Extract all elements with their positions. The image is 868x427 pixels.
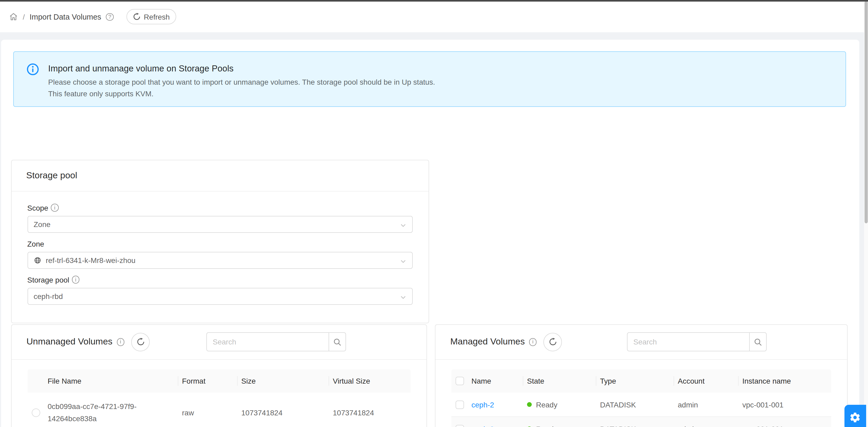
row-checkbox[interactable]	[456, 425, 464, 427]
pool-info-icon[interactable]: i	[72, 276, 80, 284]
zone-select-value: ref-trl-6341-k-Mr8-wei-zhou	[46, 256, 135, 264]
type-value: DATADISK	[596, 400, 674, 409]
pool-select-value: ceph-rbd	[34, 292, 63, 300]
zone-field-label: Zone	[27, 238, 412, 249]
settings-drawer-button[interactable]	[844, 405, 866, 427]
unmanaged-volumes-table: File Name Format Size Virtual Size 0cb09…	[28, 369, 411, 427]
alert-title: Import and unmanage volume on Storage Po…	[48, 62, 435, 74]
info-alert: Import and unmanage volume on Storage Po…	[13, 51, 846, 107]
scope-info-icon[interactable]: i	[51, 204, 59, 212]
pool-select[interactable]: ceph-rbd	[27, 287, 412, 305]
chevron-down-icon	[400, 221, 406, 230]
state-value: Ready	[536, 425, 557, 427]
column-header-state: State	[523, 369, 596, 393]
volumes-section: Unmanaged Volumes i	[11, 324, 848, 427]
unmanaged-header-selection-cell	[28, 369, 44, 393]
alert-description: Please choose a storage pool that you wa…	[48, 77, 435, 99]
unmanaged-table-header: File Name Format Size Virtual Size	[28, 369, 411, 393]
size-value: 1073741824	[237, 408, 329, 417]
state-value: Ready	[536, 400, 557, 409]
managed-search	[627, 333, 767, 352]
column-header-instance-name: Instance name	[738, 369, 831, 393]
row-checkbox[interactable]	[456, 400, 464, 409]
app-root: / Import Data Volumes ? Refresh	[0, 0, 868, 427]
unmanaged-search-input[interactable]	[206, 333, 329, 352]
instance-name-value: vpc-001-001	[738, 400, 831, 409]
format-value: raw	[178, 408, 237, 417]
managed-search-input[interactable]	[627, 333, 750, 352]
unmanaged-search	[206, 333, 346, 352]
search-icon	[333, 338, 342, 346]
unmanaged-info-icon[interactable]: i	[117, 338, 124, 346]
column-header-virtual-size: Virtual Size	[329, 369, 411, 393]
managed-search-button[interactable]	[749, 333, 767, 352]
instance-name-value: vpc-001-001	[738, 425, 831, 427]
scope-field-label: Scope i	[27, 203, 412, 213]
column-header-size: Size	[237, 369, 329, 393]
sync-icon	[133, 13, 141, 21]
row-radio[interactable]	[32, 408, 40, 417]
scope-label-text: Scope	[27, 203, 48, 213]
select-all-checkbox[interactable]	[456, 377, 464, 385]
volume-name-link[interactable]: ceph-2	[471, 400, 494, 409]
zone-label-text: Zone	[27, 238, 44, 249]
gear-icon	[849, 411, 861, 423]
managed-volumes-header: Managed Volumes i	[435, 325, 847, 360]
ready-status-dot	[527, 402, 532, 407]
table-row: 0cb099aa-cc7e-4721-97f9-14264bce838a raw…	[28, 393, 411, 427]
info-circle-icon	[27, 63, 39, 106]
alert-line-2: This feature only supports KVM.	[48, 88, 435, 99]
unmanaged-refresh-button[interactable]	[131, 333, 150, 351]
scope-select-value: Zone	[34, 220, 51, 228]
storage-pool-form: Scope i Zone Zone	[11, 191, 428, 305]
help-icon[interactable]: ?	[106, 13, 114, 21]
chevron-down-icon	[400, 294, 406, 302]
column-header-account: Account	[674, 369, 738, 393]
storage-pool-card: Storage pool Scope i Zone Zone	[11, 160, 429, 323]
breadcrumb-separator: /	[23, 13, 25, 21]
scrollbar-thumb[interactable]	[864, 1, 867, 223]
storage-pool-card-title: Storage pool	[11, 160, 428, 191]
volume-name-link[interactable]: ceph-3	[471, 425, 494, 427]
alert-body: Import and unmanage volume on Storage Po…	[48, 62, 435, 106]
content-panel: Import and unmanage volume on Storage Po…	[1, 39, 859, 427]
column-header-name: Name	[468, 369, 523, 393]
managed-refresh-button[interactable]	[544, 333, 562, 351]
home-icon[interactable]	[9, 12, 18, 22]
managed-volumes-table: Name State Type Account Instance name ce…	[451, 369, 831, 427]
unmanaged-volumes-header: Unmanaged Volumes i	[12, 325, 427, 360]
column-header-type: Type	[596, 369, 674, 393]
table-row: ceph-3 Ready DATADISK admin vpc-001-001	[451, 417, 831, 427]
globe-icon	[34, 256, 41, 264]
chevron-down-icon	[400, 257, 406, 266]
alert-line-1: Please choose a storage pool that you wa…	[48, 77, 435, 88]
page-scrollbar	[864, 0, 868, 427]
table-row: ceph-2 Ready DATADISK admin vpc-001-001	[451, 393, 831, 417]
pool-field-label: Storage pool i	[27, 274, 412, 285]
file-name-value: 0cb099aa-cc7e-4721-97f9-14264bce838a	[48, 400, 167, 425]
scope-select[interactable]: Zone	[27, 216, 412, 233]
unmanaged-search-button[interactable]	[329, 333, 346, 352]
account-value: admin	[674, 425, 738, 427]
zone-select[interactable]: ref-trl-6341-k-Mr8-wei-zhou	[27, 252, 412, 269]
breadcrumb-bar: / Import Data Volumes ? Refresh	[0, 1, 868, 32]
managed-info-icon[interactable]: i	[529, 338, 537, 346]
pool-label-text: Storage pool	[27, 274, 69, 285]
unmanaged-volumes-title: Unmanaged Volumes	[27, 337, 113, 347]
breadcrumb-current-page: Import Data Volumes	[30, 13, 101, 21]
unmanaged-volumes-card: Unmanaged Volumes i	[11, 324, 427, 427]
breadcrumb: / Import Data Volumes ?	[9, 12, 114, 22]
window-top-edge	[0, 0, 868, 1]
refresh-button-label: Refresh	[144, 13, 170, 21]
managed-volumes-card: Managed Volumes i	[435, 324, 848, 427]
managed-volumes-title: Managed Volumes	[450, 337, 525, 347]
account-value: admin	[674, 400, 738, 409]
refresh-button[interactable]: Refresh	[126, 9, 176, 25]
column-header-format: Format	[178, 369, 237, 393]
type-value: DATADISK	[596, 425, 674, 427]
search-icon	[753, 338, 763, 346]
managed-table-header: Name State Type Account Instance name	[451, 369, 831, 393]
virtual-size-value: 1073741824	[329, 408, 411, 417]
column-header-file-name: File Name	[44, 369, 178, 393]
